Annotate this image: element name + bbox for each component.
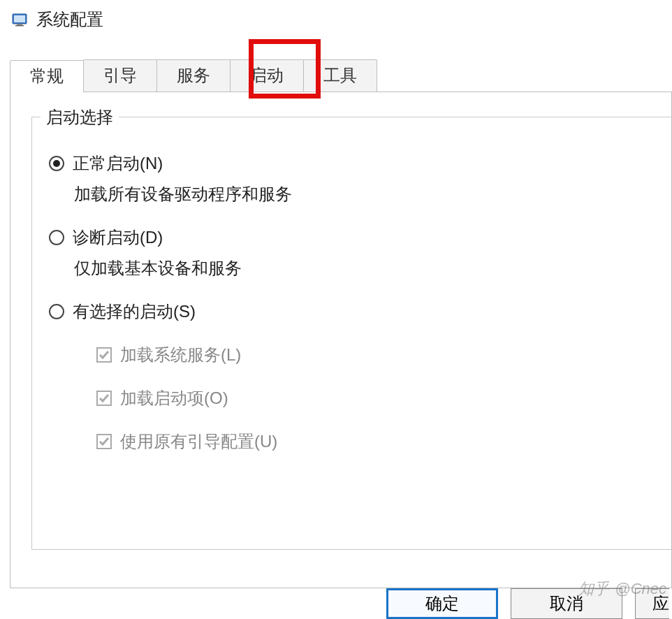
radio-icon[interactable] xyxy=(49,230,64,245)
checkbox-load-services: 加载系统服务(L) xyxy=(96,344,671,366)
tab-startup[interactable]: 启动 xyxy=(230,59,304,92)
button-row: 确定 取消 应 xyxy=(386,588,672,619)
radio-icon[interactable] xyxy=(49,304,64,319)
groupbox-startup-selection: 启动选择 正常启动(N) 加载所有设备驱动程序和服务 诊断启动(D) 仅加载基本… xyxy=(31,117,671,550)
checkbox-label: 使用原有引导配置(U) xyxy=(120,430,277,453)
checkbox-label: 加载系统服务(L) xyxy=(120,344,241,366)
window-title: 系统配置 xyxy=(36,8,103,31)
svg-rect-3 xyxy=(15,25,24,27)
checkbox-label: 加载启动项(O) xyxy=(120,387,228,409)
svg-rect-1 xyxy=(14,15,25,22)
radio-normal-startup[interactable]: 正常启动(N) xyxy=(49,152,671,175)
radio-label: 有选择的启动(S) xyxy=(73,300,196,323)
tab-general[interactable]: 常规 xyxy=(10,60,84,92)
radio-label: 诊断启动(D) xyxy=(73,226,163,249)
checkbox-use-original-boot: 使用原有引导配置(U) xyxy=(96,430,671,453)
radio-diagnostic-startup[interactable]: 诊断启动(D) xyxy=(49,226,671,249)
radio-icon[interactable] xyxy=(49,156,64,171)
checkbox-icon xyxy=(96,434,112,449)
checkbox-icon xyxy=(96,347,112,363)
tab-tools[interactable]: 工具 xyxy=(303,59,377,92)
cancel-button[interactable]: 取消 xyxy=(511,588,622,619)
apply-button[interactable]: 应 xyxy=(635,588,669,619)
tab-services[interactable]: 服务 xyxy=(156,59,231,92)
svg-rect-2 xyxy=(17,24,22,25)
tab-panel: 启动选择 正常启动(N) 加载所有设备驱动程序和服务 诊断启动(D) 仅加载基本… xyxy=(10,92,672,588)
app-icon xyxy=(11,11,28,28)
ok-button[interactable]: 确定 xyxy=(386,588,498,619)
checkbox-load-startup: 加载启动项(O) xyxy=(96,387,671,409)
titlebar: 系统配置 xyxy=(0,0,672,39)
tab-boot[interactable]: 引导 xyxy=(83,59,157,92)
tab-row: 常规 引导 服务 启动 工具 xyxy=(10,60,672,92)
radio-normal-desc: 加载所有设备驱动程序和服务 xyxy=(74,183,671,205)
groupbox-title: 启动选择 xyxy=(41,106,119,129)
radio-diagnostic-desc: 仅加载基本设备和服务 xyxy=(74,257,671,279)
radio-label: 正常启动(N) xyxy=(73,152,163,175)
radio-selective-startup[interactable]: 有选择的启动(S) xyxy=(49,300,671,323)
checkbox-icon xyxy=(96,391,112,406)
